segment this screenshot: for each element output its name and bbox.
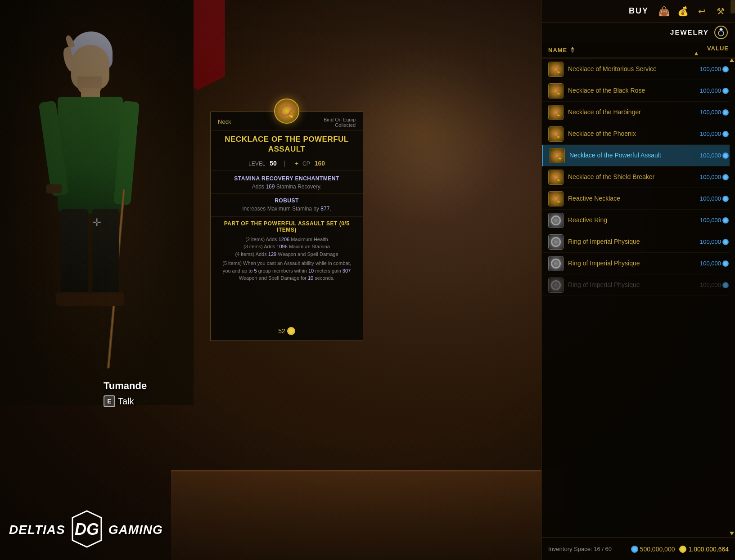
- item-thumbnail: 📿: [548, 191, 564, 206]
- category-label: JEWELRY: [670, 28, 709, 36]
- item-price-display: 100,000: [693, 87, 729, 94]
- scrollbar-thumb[interactable]: [730, 0, 735, 13]
- scrollbar[interactable]: [730, 58, 735, 538]
- price-text: 100,000: [700, 282, 721, 288]
- gem-icon: [722, 88, 729, 94]
- list-item[interactable]: Reactive Ring 100,000: [542, 210, 735, 231]
- ring-shape: [551, 215, 561, 225]
- craft-icon[interactable]: ⚒: [713, 4, 728, 18]
- price-text: 100,000: [700, 174, 721, 180]
- col-value-label: VALUE: [707, 45, 729, 52]
- price-text: 100,000: [700, 152, 721, 159]
- list-item[interactable]: Ring of Imperial Physique 100,000: [542, 253, 735, 274]
- cp-value: 160: [315, 160, 325, 167]
- gem-icon: [722, 109, 729, 116]
- gem-icon: [722, 66, 729, 72]
- value-sort-indicator: [694, 52, 698, 55]
- price-text: 100,000: [700, 217, 721, 224]
- list-item[interactable]: 📿 Necklace of Meritorious Service 100,00…: [542, 58, 735, 80]
- price-text: 100,000: [700, 260, 721, 267]
- item-thumbnail: [548, 278, 564, 293]
- list-item[interactable]: 📿 Necklace of the Black Rose 100,000: [542, 80, 735, 102]
- item-name: Necklace of the Phoenix: [568, 130, 688, 138]
- gem-icon: [722, 282, 729, 288]
- item-price-display: 100,000: [693, 282, 729, 288]
- item-price: 52: [278, 327, 285, 335]
- shop-topbar: BUY 👜 💰 ↩ ⚒: [542, 0, 735, 22]
- list-item[interactable]: 📿 Reactive Necklace 100,000: [542, 188, 735, 210]
- item-thumbnail: 📿: [548, 83, 564, 99]
- svg-text:DG: DG: [75, 520, 99, 538]
- list-item[interactable]: 📿 Necklace of the Harbinger 100,000: [542, 102, 735, 123]
- return-icon[interactable]: ↩: [694, 4, 709, 18]
- enchant-value: 169: [266, 184, 275, 190]
- cp-icon: ✦: [294, 161, 299, 167]
- character-area: [0, 0, 194, 405]
- item-thumbnail: 📿: [548, 170, 564, 185]
- gem-icon: [722, 239, 729, 245]
- bag-icon[interactable]: 👜: [657, 4, 671, 18]
- price-text: 100,000: [700, 109, 721, 116]
- list-item[interactable]: 📿 Necklace of the Powerful Assault 100,0…: [542, 145, 735, 166]
- gem-icon: [722, 152, 729, 159]
- talk-label: Talk: [118, 396, 134, 407]
- buy-label: BUY: [629, 6, 649, 16]
- item-name: Necklace of the Powerful Assault: [569, 151, 688, 159]
- item-name: Ring of Imperial Physique: [568, 259, 688, 267]
- item-thumbnail: 📿: [548, 126, 564, 142]
- npc-info: Tumande E Talk: [104, 380, 147, 407]
- col-name-header[interactable]: NAME: [548, 47, 691, 54]
- scrollbar-up-arrow[interactable]: [730, 58, 734, 62]
- deltias-logo: DELTIAS DG GAMING: [9, 509, 163, 551]
- gold-currency: 1,000,000,664: [679, 546, 729, 553]
- col-value-header[interactable]: VALUE: [693, 45, 729, 55]
- price-text: 100,000: [700, 87, 721, 94]
- item-thumbnail: [548, 234, 564, 250]
- jewelry-category-icon[interactable]: 💍: [714, 26, 728, 39]
- item-price-display: 100,000: [693, 174, 729, 180]
- necklace-icon-large: 📿: [274, 99, 299, 124]
- item-price-display: 100,000: [693, 66, 729, 72]
- coin-bag-icon[interactable]: 💰: [676, 4, 690, 18]
- npc-name: Tumande: [104, 380, 147, 392]
- item-price-display: 100,000: [693, 238, 729, 245]
- list-item[interactable]: Ring of Imperial Physique 100,000: [542, 231, 735, 253]
- item-thumbnail: [548, 256, 564, 271]
- shop-column-headers: NAME VALUE: [542, 42, 735, 58]
- item-name: Necklace of the Black Rose: [568, 86, 688, 94]
- item-thumbnail: 📿: [550, 148, 565, 163]
- talk-prompt[interactable]: E Talk: [104, 395, 147, 407]
- coin-icon: [287, 327, 295, 335]
- list-item[interactable]: 📿 Necklace of the Shield Breaker 100,000: [542, 166, 735, 188]
- sort-up-icon: [571, 47, 574, 49]
- ap-value: 500,000,000: [640, 546, 675, 553]
- list-item[interactable]: Ring of Imperial Physique 100,000: [542, 274, 735, 296]
- trait-desc: Increases Maximum Stamina by 877.: [220, 205, 354, 213]
- item-name: Necklace of Meritorious Service: [568, 65, 688, 73]
- item-name: Necklace of the Harbinger: [568, 108, 688, 116]
- crosshair-icon: ✛: [90, 216, 104, 229]
- item-name: Ring of Imperial Physique: [568, 281, 688, 289]
- sort-down-icon: [571, 50, 574, 53]
- item-price-display: 100,000: [693, 152, 729, 159]
- bg-table: [171, 470, 564, 560]
- gold-icon: [679, 546, 686, 553]
- logo-dg-svg: DG: [69, 509, 105, 549]
- level-label: LEVEL: [248, 161, 265, 167]
- scrollbar-down-arrow[interactable]: [730, 532, 734, 535]
- ring-shape: [551, 259, 561, 269]
- gem-icon: [722, 217, 729, 224]
- gem-icon: [722, 260, 729, 267]
- tooltip-enchant: STAMINA RECOVERY ENCHANTMENT Adds 169 St…: [211, 171, 363, 194]
- gold-value: 1,000,000,664: [688, 546, 729, 553]
- item-name: Reactive Necklace: [568, 194, 688, 202]
- price-text: 100,000: [700, 130, 721, 137]
- cp-label: CP: [302, 161, 310, 167]
- key-e-icon: E: [104, 395, 115, 407]
- ap-currency: 500,000,000: [631, 546, 675, 553]
- logo-dg-container: DG: [69, 509, 105, 551]
- list-item[interactable]: 📿 Necklace of the Phoenix 100,000: [542, 123, 735, 145]
- item-price-display: 100,000: [693, 217, 729, 224]
- item-tooltip: 📿 Neck Bind On Equip Collected NECKLACE …: [210, 112, 363, 341]
- price-text: 100,000: [700, 66, 721, 72]
